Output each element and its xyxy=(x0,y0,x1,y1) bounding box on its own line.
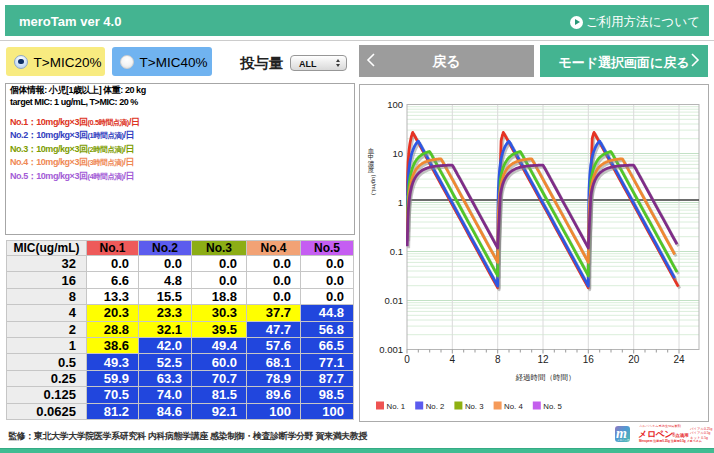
svg-text:16: 16 xyxy=(583,354,595,365)
svg-text:4: 4 xyxy=(450,354,456,365)
svg-text:24: 24 xyxy=(673,354,685,365)
svg-text:1: 1 xyxy=(398,197,403,208)
svg-text:10: 10 xyxy=(392,148,403,159)
svg-text:メロペン点滴用: メロペン点滴用 xyxy=(617,438,635,442)
svg-text:0.1: 0.1 xyxy=(390,246,403,257)
svg-text:20: 20 xyxy=(628,354,640,365)
svg-text:100: 100 xyxy=(387,99,403,110)
svg-text:0: 0 xyxy=(404,354,410,365)
svg-text:12: 12 xyxy=(537,354,549,365)
svg-text:®点滴用: ®点滴用 xyxy=(672,432,689,439)
svg-text:経過時間（時間）: 経過時間（時間） xyxy=(516,373,576,382)
svg-text:No. 3: No. 3 xyxy=(465,402,484,411)
svg-text:0.001: 0.001 xyxy=(379,344,403,355)
svg-text:度: 度 xyxy=(368,166,375,174)
svg-text:メロペン: メロペン xyxy=(638,429,673,439)
svg-text:No. 1: No. 1 xyxy=(387,402,406,411)
svg-text:キット 0.5g: キット 0.5g xyxy=(690,436,708,440)
svg-text:カルバペネム系抗生物質製剤: カルバペネム系抗生物質製剤 xyxy=(639,424,681,428)
svg-text:8: 8 xyxy=(495,354,501,365)
svg-text:No. 5: No. 5 xyxy=(543,402,562,411)
svg-text:(ug/mL): (ug/mL) xyxy=(371,175,377,196)
svg-text:バイアル0.5g: バイアル0.5g xyxy=(689,431,711,435)
svg-text:バイアル0.25g: バイアル0.25g xyxy=(689,427,712,431)
svg-text:0.01: 0.01 xyxy=(385,295,404,306)
svg-text:No. 2: No. 2 xyxy=(426,402,445,411)
svg-text:No. 4: No. 4 xyxy=(504,402,523,411)
